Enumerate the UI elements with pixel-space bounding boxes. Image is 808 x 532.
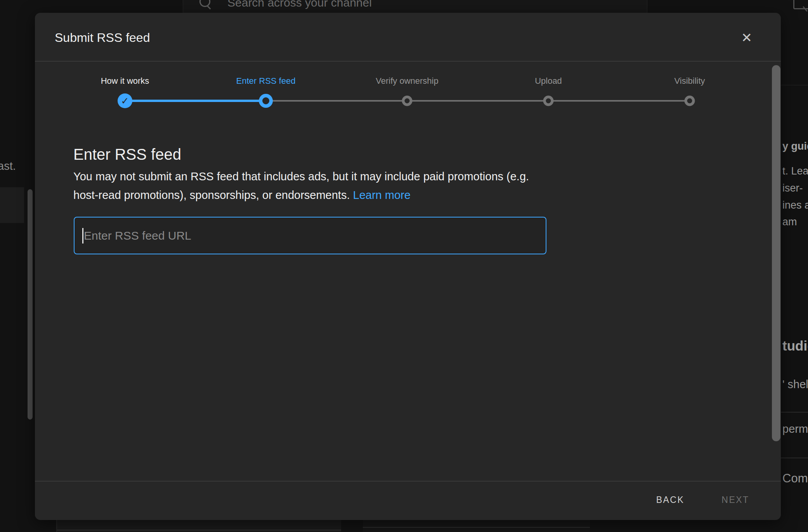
background-right-text-fragment: y guid	[782, 140, 808, 152]
description-line1: You may not submit an RSS feed that incl…	[73, 170, 529, 183]
step-label-how-it-works: How it works	[101, 76, 149, 86]
create-icon	[793, 0, 808, 9]
background-left-panel	[0, 187, 24, 223]
step-label-enter-rss-feed: Enter RSS feed	[236, 76, 296, 86]
search-icon	[199, 0, 210, 7]
dialog-scrollbar[interactable]	[772, 65, 780, 441]
header-divider	[35, 61, 781, 62]
background-left-text-fragment: ast.	[0, 160, 16, 173]
rss-feed-url-field-wrapper	[74, 217, 546, 254]
screen: Search across your channel ast. y guid t…	[0, 0, 808, 532]
background-divider	[781, 85, 808, 85]
background-right-text-fragment: Comm	[782, 472, 808, 485]
background-right-text-fragment: t. Lear	[782, 165, 808, 177]
learn-more-link[interactable]: Learn more	[353, 189, 411, 201]
background-right-text-fragment: tudio	[782, 338, 808, 354]
footer-divider	[35, 481, 781, 482]
dialog-title: Submit RSS feed	[55, 31, 150, 45]
rss-feed-url-input[interactable]	[74, 217, 546, 254]
step-circle-enter-rss-feed[interactable]	[259, 94, 273, 108]
check-icon: ✓	[121, 96, 129, 106]
background-search-bar: Search across your channel	[183, 0, 647, 13]
background-bottom-panel	[363, 520, 590, 532]
back-button[interactable]: BACK	[648, 489, 693, 511]
step-label-verify-ownership: Verify ownership	[376, 76, 438, 86]
submit-rss-feed-dialog: Submit RSS feed ✕ How it works Enter RSS…	[35, 13, 781, 520]
background-divider	[781, 412, 808, 413]
step-circle-verify-ownership	[402, 96, 413, 106]
step-description: You may not submit an RSS feed that incl…	[73, 167, 578, 204]
step-label-visibility: Visibility	[674, 76, 705, 86]
close-icon: ✕	[741, 30, 753, 45]
text-cursor	[82, 228, 83, 244]
background-right-text-fragment: am	[782, 216, 797, 228]
step-circle-visibility	[685, 96, 695, 106]
search-placeholder-text: Search across your channel	[227, 0, 372, 9]
background-right-text-fragment: ines a	[782, 199, 808, 211]
close-button[interactable]: ✕	[736, 27, 758, 48]
background-right-text-fragment: permis	[782, 423, 808, 435]
background-bottom-panel	[56, 520, 341, 532]
background-page-scrollbar	[28, 189, 33, 420]
step-heading: Enter RSS feed	[73, 145, 181, 164]
step-label-upload: Upload	[535, 76, 562, 86]
background-top-bar: Search across your channel	[0, 0, 808, 13]
description-line2: host-read promotions), sponsorships, or …	[73, 189, 350, 201]
step-circle-how-it-works[interactable]: ✓	[118, 93, 132, 108]
stepper-track-completed	[125, 100, 266, 102]
background-right-text-fragment: ' shelf	[782, 378, 808, 391]
step-circle-upload	[543, 96, 554, 106]
background-right-text-fragment: iser-	[782, 182, 803, 194]
next-button[interactable]: NEXT	[713, 489, 758, 511]
background-divider	[781, 458, 808, 458]
